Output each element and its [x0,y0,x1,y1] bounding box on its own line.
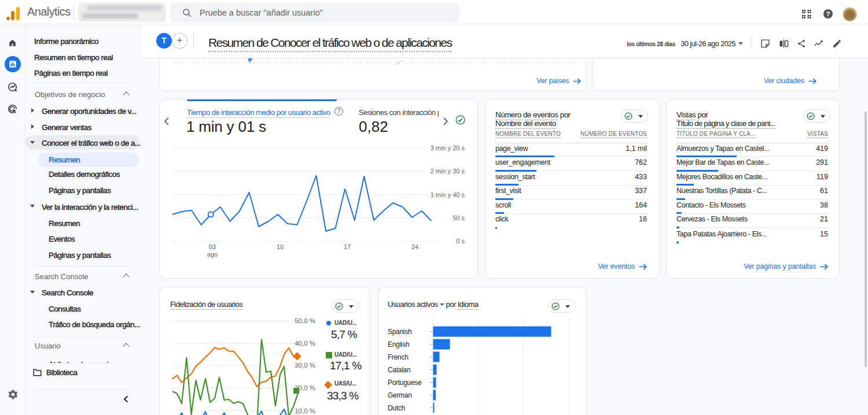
svg-text:50 s: 50 s [453,214,465,221]
svg-text:Spanish: Spanish [388,328,411,336]
svg-text:Catalan: Catalan [388,366,410,374]
svg-text:10: 10 [277,243,284,250]
svg-text:2 min y 30 s: 2 min y 30 s [431,168,465,175]
svg-text:17: 17 [344,243,351,250]
svg-text:French: French [388,353,409,361]
svg-text:1 min y 40 s: 1 min y 40 s [431,191,465,198]
svg-text:03: 03 [209,243,216,250]
svg-text:ago: ago [207,251,218,258]
svg-text:30,0 %: 30,0 % [295,362,315,369]
svg-text:0 s: 0 s [456,238,465,244]
svg-text:3 min y 20 s: 3 min y 20 s [431,144,465,151]
svg-text:English: English [388,340,409,349]
svg-text:10,0 %: 10,0 % [295,407,315,414]
svg-text:Portuguese: Portuguese [388,379,422,387]
svg-text:Dutch: Dutch [388,404,405,412]
svg-text:50,0 %: 50,0 % [295,317,315,324]
svg-text:German: German [388,391,412,399]
svg-text:24: 24 [411,243,418,250]
svg-text:40,0 %: 40,0 % [295,340,315,347]
